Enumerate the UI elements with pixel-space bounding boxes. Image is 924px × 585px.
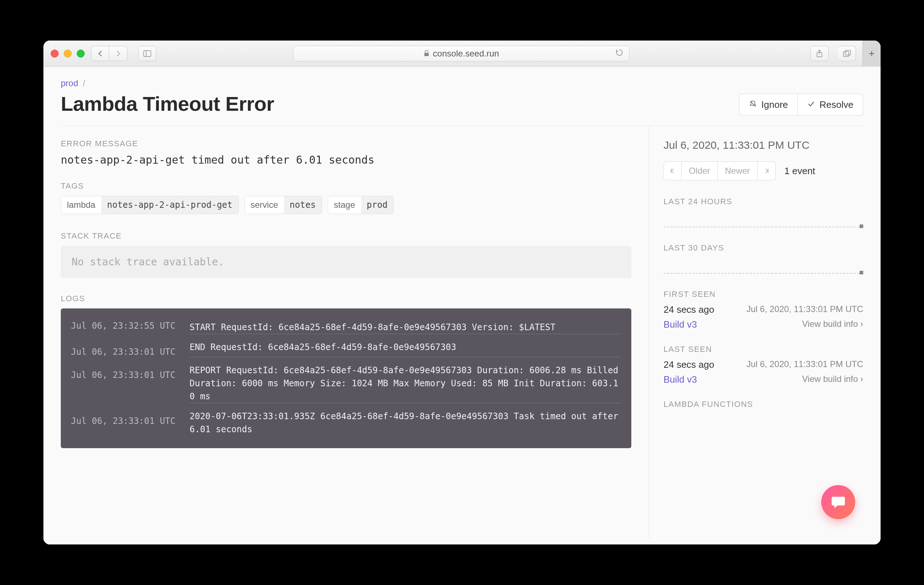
browser-window: console.seed.run + prod / Lambda Timeo [43,41,881,544]
traffic-lights [51,50,85,58]
log-message: REPORT RequestId: 6ce84a25-68ef-4d59-8af… [190,357,621,403]
first-seen-ago: 24 secs ago [663,304,714,315]
first-seen-date: Jul 6, 2020, 11:33:01 PM UTC [746,304,863,315]
last-seen-date: Jul 6, 2020, 11:33:01 PM UTC [746,359,863,370]
minimize-window-icon[interactable] [64,50,72,58]
pager-last-button[interactable] [757,162,776,180]
back-button[interactable] [91,46,109,61]
last-24-section: LAST 24 HOURS [663,197,863,227]
browser-chrome: console.seed.run + [43,41,881,67]
log-timestamp: Jul 06, 23:32:55 UTC [71,321,180,334]
share-button[interactable] [810,46,828,61]
log-row: Jul 06, 23:33:01 UTC 2020-07-06T23:33:01… [61,410,631,442]
page-header: prod / Lambda Timeout Error Ignore Resol… [61,67,863,126]
tag-service[interactable]: service notes [244,196,322,214]
main-column: ERROR MESSAGE notes-app-2-api-get timed … [43,126,649,539]
tag-value: notes-app-2-api-prod-get [101,196,238,213]
stack-trace-box: No stack trace available. [61,246,631,278]
nav-buttons [91,46,127,61]
log-timestamp: Jul 06, 23:33:01 UTC [71,410,180,436]
first-seen-section: FIRST SEEN 24 secs ago Jul 6, 2020, 11:3… [663,289,863,330]
breadcrumb-root[interactable]: prod [61,78,78,88]
log-message: START RequestId: 6ce84a25-68ef-4d59-8afe… [190,321,621,334]
last-seen-label: LAST SEEN [663,345,863,354]
tag-key: service [245,196,284,213]
address-bar[interactable]: console.seed.run [293,46,630,61]
tag-key: stage [328,196,361,213]
log-timestamp: Jul 06, 23:33:01 UTC [71,340,180,357]
mute-icon [749,99,757,111]
breadcrumb-separator: / [83,78,86,88]
log-message: 2020-07-06T23:33:01.935Z 6ce84a25-68ef-4… [190,403,621,436]
close-window-icon[interactable] [51,50,59,58]
last-seen-build-link[interactable]: Build v3 [663,374,697,385]
error-message: notes-app-2-api-get timed out after 6.01… [61,154,631,166]
last-24-label: LAST 24 HOURS [663,197,863,207]
content: ERROR MESSAGE notes-app-2-api-get timed … [43,126,881,539]
header-actions: Ignore Resolve [739,94,863,116]
logs-panel: Jul 06, 23:32:55 UTC START RequestId: 6c… [61,308,631,448]
first-seen-build-info[interactable]: View build info › [802,319,863,330]
tag-lambda[interactable]: lambda notes-app-2-api-prod-get [61,196,239,214]
last-30-label: LAST 30 DAYS [663,243,863,253]
last-30-section: LAST 30 DAYS [663,243,863,274]
tags-row: lambda notes-app-2-api-prod-get service … [61,196,631,214]
tag-value: notes [284,196,322,213]
last-seen-ago: 24 secs ago [663,359,714,370]
event-timestamp: Jul 6, 2020, 11:33:01 PM UTC [663,139,863,151]
svg-rect-5 [843,52,849,56]
tag-value: prod [361,196,394,213]
toolbar-right [806,46,856,61]
log-message: END RequestId: 6ce84a25-68ef-4d59-8afe-0… [190,334,621,357]
last-seen-build-info[interactable]: View build info › [802,374,863,385]
tag-key: lambda [61,196,101,213]
forward-button[interactable] [109,46,127,61]
last-seen-section: LAST SEEN 24 secs ago Jul 6, 2020, 11:33… [663,345,863,385]
pager-first-button[interactable] [663,162,681,180]
url-text: console.seed.run [433,48,499,59]
breadcrumb: prod / [61,78,274,88]
page-body: prod / Lambda Timeout Error Ignore Resol… [43,67,881,544]
first-seen-build-link[interactable]: Build v3 [663,319,697,330]
pager-newer-label: Newer [725,166,750,176]
logs-label: LOGS [61,294,631,303]
new-tab-button[interactable]: + [863,41,881,67]
lambda-functions-label: LAMBDA FUNCTIONS [663,400,863,409]
check-icon [807,99,815,111]
svg-rect-0 [144,51,151,56]
event-count: 1 event [784,165,815,177]
resolve-button[interactable]: Resolve [798,94,863,116]
resolve-label: Resolve [820,99,853,111]
ignore-button[interactable]: Ignore [739,94,798,116]
lock-icon [424,48,429,59]
pager-older-button[interactable]: Older [681,162,718,180]
sparkline-30d [663,259,863,274]
log-timestamp: Jul 06, 23:33:01 UTC [71,364,180,403]
svg-rect-2 [424,53,429,56]
pager-newer-button[interactable]: Newer [718,162,757,180]
ignore-label: Ignore [761,99,788,111]
tags-label: TAGS [61,181,631,191]
event-pager: Older Newer 1 event [663,162,863,180]
sidebar-toggle-button[interactable] [138,46,156,61]
page-title: Lambda Timeout Error [61,92,274,116]
first-seen-label: FIRST SEEN [663,289,863,299]
tag-stage[interactable]: stage prod [328,196,394,214]
side-column: Jul 6, 2020, 11:33:01 PM UTC Older Newer… [649,126,881,539]
sparkline-24h [663,213,863,227]
error-message-label: ERROR MESSAGE [61,139,631,149]
pager-older-label: Older [689,166,710,176]
svg-rect-6 [845,50,851,55]
tabs-overview-button[interactable] [838,46,856,61]
fullscreen-window-icon[interactable] [77,50,85,58]
reload-icon[interactable] [615,48,624,59]
stack-trace-label: STACK TRACE [61,231,631,241]
log-row: Jul 06, 23:33:01 UTC REPORT RequestId: 6… [61,364,631,410]
chat-widget-button[interactable] [821,485,855,519]
